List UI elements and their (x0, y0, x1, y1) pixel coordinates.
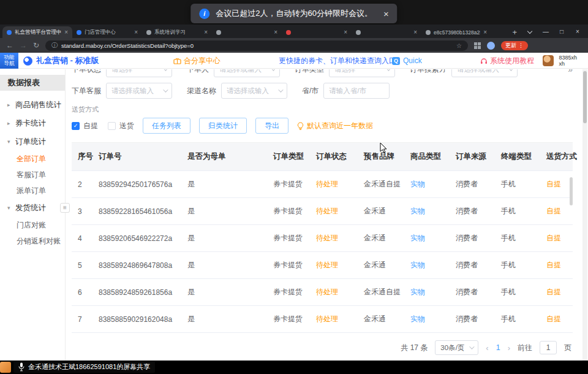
filter-orderer: 下单人 请选择或输入 (187, 69, 280, 77)
sidebar-item-商品销售统计[interactable]: ▸商品销售统计 (0, 96, 65, 114)
filters-collapse-button[interactable]: » (568, 69, 573, 74)
sidebar-item-分销返利对账[interactable]: 分销返利对账 (0, 233, 65, 249)
meeting-app-avatar[interactable] (0, 362, 11, 373)
close-icon[interactable]: × (383, 9, 389, 19)
sidebar-item-券卡统计[interactable]: ▸券卡统计 (0, 114, 65, 132)
scrollbar-thumb[interactable] (583, 71, 587, 123)
checkbox-icon[interactable] (108, 122, 116, 130)
sidebar-item-派单订单[interactable]: 派单订单 (0, 183, 65, 199)
browser-profile-avatar[interactable] (487, 42, 495, 50)
delivery-options: 自提送货 (72, 121, 134, 131)
table-scrollbar[interactable] (570, 177, 573, 205)
table-row[interactable]: 283859294250176576a是券卡提货待处理金禾通自提实物消费者手机自… (72, 171, 573, 198)
close-window-icon[interactable]: × (570, 26, 586, 38)
sidebar-item-发货统计[interactable]: ▾发货统计 (0, 199, 65, 217)
order-status-select[interactable]: 请选择 (106, 69, 172, 77)
province-city-input[interactable] (323, 83, 390, 99)
sidebar-item-label: 商品销售统计 (15, 100, 61, 110)
sidebar-item-全部订单[interactable]: 全部订单 (0, 151, 65, 167)
cell-source: 消费者 (450, 287, 495, 297)
action-button-导出[interactable]: 导出 (255, 118, 288, 134)
current-page[interactable]: 1 (496, 343, 500, 352)
page-size-select[interactable]: 30条/页 (435, 340, 478, 355)
tab-close-icon[interactable]: × (204, 29, 208, 36)
cell-brand: 金禾通 (358, 314, 404, 324)
page-scrollbar[interactable] (582, 69, 587, 361)
quick-entry-link[interactable]: 更快捷的券卡、订单和快递查询入口 (279, 53, 396, 69)
bookmark-star-icon[interactable]: ☆ (456, 42, 462, 49)
tab-title: e8c573980b1328a258fd2e6ll (434, 29, 480, 36)
browser-tab[interactable]: × (282, 26, 352, 38)
cell-order_no: 83859206546922272a (92, 234, 181, 243)
orderer-select[interactable]: 请选择或输入 (214, 69, 280, 77)
tab-close-icon[interactable]: × (413, 29, 417, 36)
nav-line2: 导航 (4, 61, 15, 67)
browser-tab[interactable]: 礼盒营销平台管理中心 × (2, 26, 72, 38)
browser-tab[interactable]: × (212, 26, 282, 38)
tab-search-icon[interactable] (527, 29, 532, 34)
column-header: 终端类型 (495, 151, 540, 162)
cell-source: 消费者 (450, 233, 495, 243)
extensions-icon[interactable] (474, 42, 481, 49)
filter-label: 订单类型 (295, 69, 324, 75)
new-tab-button[interactable]: + (507, 28, 522, 38)
quick-icon: Q (392, 57, 400, 65)
url-text: standard.maboy.cn/OrderStatisticsDetail?… (61, 42, 453, 49)
sidebar-item-客服订单[interactable]: 客服订单 (0, 167, 65, 183)
tab-close-icon[interactable]: × (274, 29, 277, 36)
cell-seq: 3 (72, 207, 92, 216)
site-info-icon[interactable]: ⓘ (51, 41, 58, 50)
tab-close-icon[interactable]: × (64, 29, 68, 36)
back-icon[interactable]: ← (6, 42, 13, 49)
brand: 礼盒营销 - 标准版 (23, 53, 99, 69)
sidebar-item-订单统计[interactable]: ▾订单统计 (0, 132, 65, 151)
delivery-option[interactable]: 送货 (108, 121, 134, 131)
table-row[interactable]: 583858924869647808a是券卡提货待处理金禾通实物消费者手机自提 (72, 252, 573, 279)
table-row[interactable]: 483859206546922272a是券卡提货待处理金禾通实物消费者手机自提 (72, 225, 573, 252)
action-button-归类统计[interactable]: 归类统计 (199, 118, 247, 134)
tab-close-icon[interactable]: × (483, 29, 487, 36)
user-avatar[interactable] (543, 55, 554, 66)
table-row[interactable]: 383859228165461056a是券卡提货待处理金禾通实物消费者手机自提 (72, 198, 573, 225)
select-placeholder: 请选择或输入 (457, 69, 499, 74)
checkbox-icon[interactable] (72, 122, 80, 130)
order-type-select[interactable]: 请选择 (329, 69, 395, 77)
sidebar-collapse-handle[interactable]: ≡ (60, 203, 70, 213)
table-row[interactable]: 783858859029162048a是券卡提货待处理金禾通实物消费者手机自提 (72, 306, 573, 333)
quick-search[interactable]: Q Quick (392, 53, 422, 69)
maximize-icon[interactable]: □ (554, 26, 570, 38)
tutorial-link[interactable]: 系统使用教程 (480, 53, 534, 69)
browser-update-button[interactable]: 更新 ⋮ (501, 41, 528, 50)
browser-tab[interactable]: e8c573980b1328a258fd2e6ll × (421, 26, 491, 38)
chevron-down-icon (386, 69, 391, 71)
function-nav-button[interactable]: 功能 导航 (0, 53, 18, 69)
next-page-button[interactable]: › (508, 343, 510, 353)
action-button-任务列表[interactable]: 任务列表 (143, 118, 190, 134)
minimize-icon[interactable]: — (538, 26, 554, 38)
goto-page-input[interactable] (540, 341, 557, 354)
tab-close-icon[interactable]: × (134, 29, 138, 36)
username[interactable]: 8385xh xh (559, 55, 577, 67)
chevron-down-icon (163, 69, 168, 71)
cell-source: 消费者 (450, 206, 495, 216)
prev-page-button[interactable]: ‹ (486, 343, 488, 353)
reload-icon[interactable]: ↻ (33, 42, 39, 49)
browser-tab[interactable]: 系统培训学习 × (142, 26, 212, 38)
tab-close-icon[interactable]: × (344, 29, 347, 36)
browser-tabbar: 礼盒营销平台管理中心 × 门店管理中心 × 系统培训学习 × × × × e8c… (0, 25, 588, 38)
share-center-link[interactable]: 合分享中心 (173, 53, 221, 69)
action-buttons: 任务列表归类统计导出 (143, 118, 288, 134)
delivery-option[interactable]: 自提 (72, 121, 98, 131)
browser-tab[interactable]: 门店管理中心 × (72, 26, 142, 38)
forward-icon[interactable]: → (20, 42, 27, 49)
order-search-select[interactable]: 请选择或输入 (451, 69, 518, 77)
table-row[interactable]: 683858924859261856a是券卡提货待处理金禾通自提实物消费者手机自… (72, 279, 573, 306)
browser-tab[interactable]: × (352, 26, 421, 38)
select-placeholder: 请选择 (111, 69, 133, 74)
column-header: 序号 (72, 151, 92, 162)
sidebar-item-门店对账[interactable]: 门店对账 (0, 217, 65, 233)
service-agent-select[interactable]: 请选择或输入 (106, 83, 172, 99)
channel-name-select[interactable]: 请选择或输入 (221, 83, 287, 99)
address-bar[interactable]: ⓘ standard.maboy.cn/OrderStatisticsDetai… (45, 40, 468, 51)
screen-share-bar[interactable]: 金禾通技术王斌18662591081的屏幕共享 (13, 361, 155, 373)
